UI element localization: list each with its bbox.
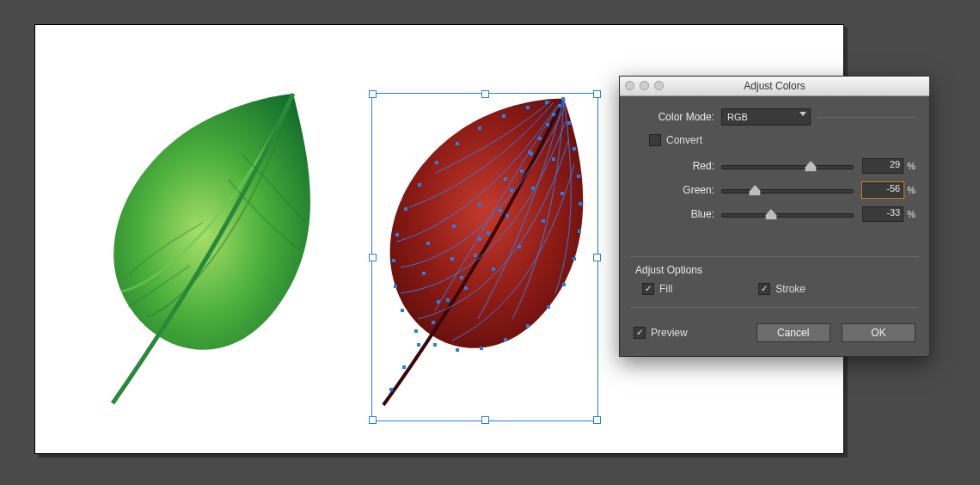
close-icon[interactable] [625,81,634,90]
svg-rect-57 [518,245,521,249]
svg-rect-29 [433,343,437,347]
svg-rect-43 [426,242,430,245]
svg-rect-53 [552,157,555,161]
svg-rect-40 [502,114,505,118]
svg-rect-33 [392,259,395,262]
svg-rect-34 [395,233,399,236]
svg-rect-30 [414,329,418,333]
svg-rect-15 [402,365,406,369]
blue-unit: % [907,209,916,219]
divider [818,117,916,118]
red-label: Red: [634,160,721,172]
svg-rect-14 [417,343,420,347]
green-value[interactable]: -56 [862,182,903,198]
svg-rect-27 [480,347,483,350]
svg-rect-0 [561,97,565,101]
color-mode-select[interactable]: RGB [721,108,811,126]
svg-rect-52 [531,187,535,190]
preview-checkbox[interactable]: ✓ [634,327,646,339]
svg-rect-23 [562,283,566,286]
green-slider[interactable] [721,184,854,196]
svg-rect-28 [456,348,459,352]
svg-rect-58 [542,219,545,223]
red-value[interactable]: 29 [862,158,903,174]
svg-rect-51 [505,214,509,218]
adjust-options-title: Adjust Options [635,264,916,276]
selection-handle[interactable] [369,416,377,424]
svg-rect-10 [474,254,477,257]
stroke-label: Stroke [775,283,805,295]
green-unit: % [907,185,916,195]
zoom-icon[interactable] [654,81,664,90]
svg-rect-1 [558,104,561,107]
preview-label: Preview [651,327,688,339]
fill-label: Fill [659,283,672,295]
svg-rect-45 [478,203,481,206]
minimize-icon[interactable] [640,81,649,90]
svg-rect-46 [504,177,507,181]
green-label: Green: [634,184,721,196]
svg-rect-37 [435,161,438,164]
svg-rect-36 [418,183,421,187]
blue-slider[interactable] [721,208,854,220]
svg-rect-31 [401,309,404,312]
stroke-checkbox[interactable]: ✓ [758,283,770,295]
svg-rect-8 [499,209,502,212]
svg-rect-25 [526,324,530,328]
svg-rect-11 [460,276,463,279]
svg-rect-16 [389,388,393,391]
svg-rect-4 [538,137,542,140]
svg-rect-24 [547,305,550,309]
svg-rect-26 [504,338,507,341]
svg-rect-22 [573,257,576,261]
svg-rect-19 [577,175,580,178]
leaf-red-selected[interactable] [375,95,593,417]
fill-checkbox[interactable]: ✓ [642,283,654,295]
blue-label: Blue: [634,208,721,220]
chevron-down-icon [799,112,806,116]
svg-rect-18 [573,147,576,150]
slider-row-blue: Blue: -33 % [634,206,916,222]
svg-rect-20 [579,202,582,206]
red-unit: % [907,161,916,171]
svg-rect-2 [552,113,555,116]
svg-rect-38 [456,142,459,145]
convert-checkbox[interactable] [649,134,661,146]
svg-rect-21 [578,230,581,233]
dialog-titlebar[interactable]: Adjust Colors [620,77,929,96]
svg-rect-47 [528,150,531,154]
svg-rect-17 [567,121,571,125]
svg-rect-56 [492,267,495,271]
svg-rect-42 [545,101,548,104]
svg-rect-6 [520,169,524,173]
leaf-green [87,85,336,429]
cancel-button[interactable]: Cancel [756,323,830,342]
selection-handle[interactable] [593,90,601,98]
svg-rect-55 [464,286,468,290]
selection-handle[interactable] [481,416,489,424]
red-slider[interactable] [721,160,854,172]
dialog-title: Adjust Colors [744,80,805,92]
svg-rect-48 [422,272,426,275]
svg-rect-7 [510,188,513,192]
svg-rect-54 [437,300,440,304]
svg-rect-44 [452,224,456,228]
svg-rect-35 [404,207,407,211]
blue-value[interactable]: -33 [862,206,903,222]
svg-rect-39 [478,126,481,130]
slider-row-green: Green: -56 % [634,182,916,198]
divider [630,307,919,308]
svg-rect-9 [487,231,490,235]
color-mode-row: Color Mode: RGB [634,108,916,126]
svg-rect-41 [526,106,530,109]
adjust-colors-dialog: Adjust Colors Color Mode: RGB Convert Re… [619,76,930,357]
selection-handle[interactable] [593,254,601,261]
svg-rect-32 [394,285,397,288]
color-mode-label: Color Mode: [634,111,721,123]
color-mode-value: RGB [727,112,748,122]
selection-handle[interactable] [593,416,601,424]
convert-label: Convert [666,134,702,146]
ok-button[interactable]: OK [842,323,916,342]
slider-row-red: Red: 29 % [634,158,916,174]
svg-rect-13 [432,321,435,324]
